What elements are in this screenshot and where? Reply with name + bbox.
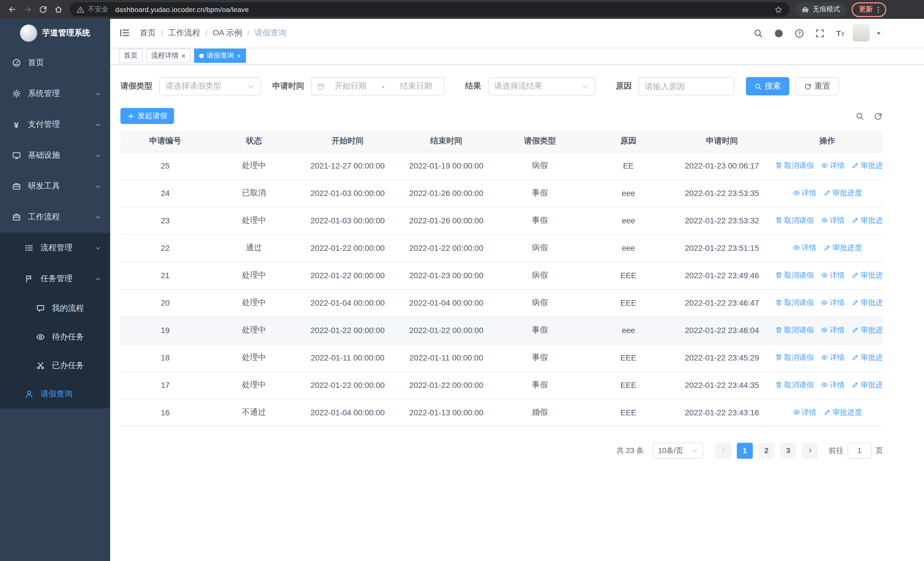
chevron-down-icon: [692, 447, 698, 454]
col-start-time: 开始时间: [298, 131, 397, 152]
browser-update-menu[interactable]: 更新: [852, 2, 886, 17]
refresh-table-icon[interactable]: [873, 111, 883, 121]
cancel-leave-link[interactable]: 取消请假: [775, 352, 814, 363]
breadcrumb-home[interactable]: 首页: [140, 28, 156, 38]
cell-end-time: 2022-01-22 00:00:00: [397, 234, 495, 262]
kebab-menu-icon[interactable]: [874, 5, 882, 14]
svg-text:T: T: [841, 32, 844, 37]
caret-down-icon[interactable]: [876, 30, 882, 36]
detail-link[interactable]: 详情: [792, 243, 816, 253]
reset-button[interactable]: 重置: [796, 77, 839, 95]
tag-home[interactable]: 首页: [119, 48, 142, 63]
reason-label: 原因: [616, 81, 632, 92]
bookmark-star-icon[interactable]: [774, 5, 783, 14]
next-page-button[interactable]: [802, 442, 818, 459]
cancel-leave-link[interactable]: 取消请假: [775, 270, 814, 281]
sidebar-item-system[interactable]: 系统管理: [0, 78, 110, 109]
approval-progress-link[interactable]: 审批进度: [823, 407, 862, 418]
cancel-leave-link[interactable]: 取消请假: [775, 298, 814, 308]
sidebar-item-process-management[interactable]: 流程管理: [0, 233, 110, 263]
close-icon[interactable]: ×: [237, 52, 241, 59]
security-chip[interactable]: 不安全: [76, 5, 108, 14]
browser-reload-button[interactable]: [35, 2, 51, 17]
cancel-leave-link[interactable]: 取消请假: [775, 380, 814, 390]
sidebar-item-my-process[interactable]: 我的流程: [0, 294, 110, 323]
result-select[interactable]: 请选择流结果: [488, 77, 595, 95]
close-icon[interactable]: ×: [182, 52, 186, 59]
detail-link[interactable]: 详情: [821, 215, 844, 226]
page-button-1[interactable]: 1: [737, 442, 753, 459]
sidebar-item-leave-query[interactable]: 请假查询: [0, 380, 110, 409]
search-button[interactable]: 搜索: [746, 77, 789, 95]
browser-back-button[interactable]: [4, 2, 20, 17]
approval-progress-link[interactable]: 审批进度: [852, 325, 883, 335]
page-size-select[interactable]: 10条/页: [653, 442, 703, 459]
cancel-leave-link[interactable]: 取消请假: [775, 325, 814, 335]
sidebar-item-done-tasks[interactable]: 已办任务: [0, 351, 110, 380]
approval-progress-link[interactable]: 审批进度: [852, 161, 883, 171]
breadcrumb-workflow[interactable]: 工作流程: [168, 28, 200, 38]
user-avatar[interactable]: [853, 24, 870, 42]
page-button-3[interactable]: 3: [780, 442, 796, 459]
leave-type-select[interactable]: 请选择请假类型: [159, 77, 261, 95]
detail-link[interactable]: 详情: [792, 407, 816, 418]
reason-input[interactable]: [645, 82, 728, 91]
goto-page-input[interactable]: [848, 442, 872, 459]
tag-process-detail[interactable]: 流程详情 ×: [146, 48, 190, 63]
edit-icon: [852, 217, 859, 224]
detail-link[interactable]: 详情: [821, 270, 844, 281]
sidebar-item-home[interactable]: 首页: [0, 47, 110, 78]
hamburger-icon[interactable]: [119, 27, 131, 39]
breadcrumb-oa-example[interactable]: OA 示例: [213, 28, 242, 38]
cell-leave-type: 病假: [495, 234, 584, 262]
cancel-leave-link[interactable]: 取消请假: [775, 215, 814, 226]
create-leave-button[interactable]: 发起请假: [120, 108, 174, 124]
search-icon[interactable]: [750, 25, 766, 41]
cell-apply-time: 2022-01-22 23:45:29: [672, 344, 772, 371]
sidebar-item-infrastructure[interactable]: 基础设施: [0, 140, 110, 171]
approval-progress-link[interactable]: 审批进度: [823, 188, 862, 198]
cell-apply-id: 16: [120, 399, 210, 426]
question-icon[interactable]: ?: [791, 25, 807, 41]
fullscreen-icon[interactable]: [812, 25, 828, 41]
toggle-search-icon[interactable]: [854, 111, 865, 121]
approval-progress-link[interactable]: 审批进度: [852, 215, 883, 226]
goto-label: 前往: [829, 445, 843, 456]
dashboard-icon: [11, 58, 21, 68]
apply-time-range-picker[interactable]: 开始日期 - 结束日期: [311, 77, 445, 95]
detail-link[interactable]: 详情: [821, 380, 844, 390]
sidebar-item-workflow[interactable]: 工作流程: [0, 202, 110, 233]
app-logo-row[interactable]: 芋道管理系统: [0, 19, 110, 47]
tag-leave-query[interactable]: 请假查询 ×: [194, 48, 246, 63]
detail-link[interactable]: 详情: [792, 188, 816, 198]
cancel-leave-link[interactable]: 取消请假: [775, 161, 814, 171]
prev-page-button[interactable]: [715, 442, 731, 459]
detail-link[interactable]: 详情: [821, 325, 844, 335]
approval-progress-link[interactable]: 审批进度: [852, 380, 883, 390]
page-button-2[interactable]: 2: [759, 442, 774, 459]
eye-icon: [792, 409, 800, 416]
detail-link[interactable]: 详情: [821, 161, 844, 171]
approval-progress-link[interactable]: 审批进度: [852, 352, 883, 363]
apply-time-label: 申请时间: [272, 81, 304, 92]
filter-form: 请假类型 请选择请假类型 申请时间 开始日期 -: [120, 77, 883, 95]
github-icon[interactable]: [771, 25, 786, 41]
sidebar-item-payment[interactable]: ¥ 支付管理: [0, 109, 110, 140]
browser-forward-button[interactable]: [20, 2, 35, 17]
sidebar-item-task-management[interactable]: 任务管理: [0, 263, 110, 294]
detail-link[interactable]: 详情: [821, 352, 844, 363]
sidebar: 芋道管理系统 首页 系统管理 ¥ 支付管理: [0, 19, 110, 561]
approval-progress-link[interactable]: 审批进度: [852, 298, 883, 308]
sidebar-item-todo-tasks[interactable]: 待办任务: [0, 323, 110, 351]
approval-progress-link[interactable]: 审批进度: [852, 270, 883, 281]
sidebar-item-dev-tools[interactable]: 研发工具: [0, 171, 110, 202]
detail-link[interactable]: 详情: [821, 298, 844, 308]
font-size-icon[interactable]: TT: [832, 25, 848, 41]
browser-home-button[interactable]: [51, 2, 66, 17]
chevron-up-icon: [95, 214, 101, 220]
approval-progress-link[interactable]: 审批进度: [823, 243, 862, 253]
incognito-label: 无痕模式: [813, 5, 840, 14]
address-bar[interactable]: 不安全 dashboard.yudao.iocoder.cn/bpm/oa/le…: [70, 2, 789, 17]
flag-icon: [24, 274, 34, 284]
col-actions: 操作: [772, 131, 883, 152]
